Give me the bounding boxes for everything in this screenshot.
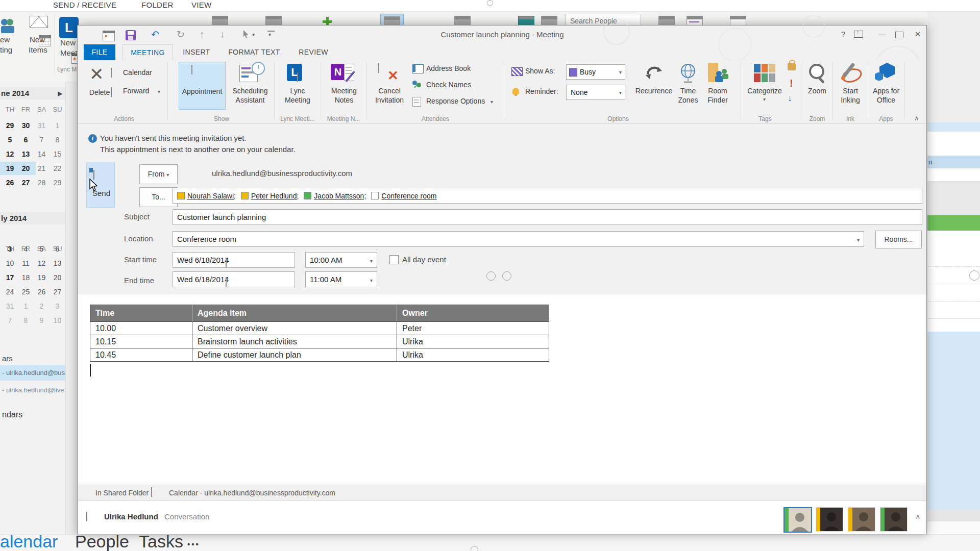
to-button[interactable]: To...: [139, 187, 178, 207]
all-day-checkbox[interactable]: [389, 255, 399, 264]
forward-button[interactable]: Forward ▾: [111, 87, 112, 96]
cancel-invitation-button[interactable]: ✕ Cancel Invitation: [369, 62, 410, 109]
tab-meeting[interactable]: MEETING: [122, 44, 173, 60]
tab-folder[interactable]: FOLDER: [141, 1, 174, 9]
people-pane-collapse-icon[interactable]: ∧: [915, 512, 920, 520]
lync-meeting-button[interactable]: L Lync Meeting: [277, 62, 318, 109]
end-time-field[interactable]: 11:00 AM ▾: [305, 271, 377, 287]
rooms-button[interactable]: Rooms...: [875, 231, 922, 248]
month-header[interactable]: ly 2014: [0, 212, 65, 224]
agenda-cell[interactable]: Peter: [397, 322, 549, 335]
date-cell[interactable]: 25: [18, 288, 34, 296]
new-meeting-label[interactable]: ew: [0, 35, 10, 44]
end-time-dropdown-icon[interactable]: ▾: [370, 273, 373, 288]
private-lock-icon[interactable]: [788, 63, 796, 70]
recipient-chip[interactable]: Nourah Salawi;: [177, 192, 236, 200]
date-cell[interactable]: 24: [2, 288, 18, 296]
calendar-folder-item[interactable]: - ulrika.hedlund@live.c: [0, 383, 65, 398]
new-items-icon[interactable]: [30, 16, 48, 28]
date-cell[interactable]: 30: [18, 121, 34, 130]
agenda-cell[interactable]: 10.15: [90, 335, 192, 348]
touch-mode-dropdown-icon[interactable]: ▾: [252, 32, 255, 37]
save-icon[interactable]: [126, 30, 136, 40]
date-cell[interactable]: 8: [18, 316, 34, 324]
attendee-avatar[interactable]: [783, 507, 812, 533]
date-cell[interactable]: 1: [18, 302, 34, 310]
date-cell[interactable]: 9: [34, 316, 50, 324]
date-cell[interactable]: 1: [50, 121, 65, 130]
agenda-cell[interactable]: 10.45: [90, 348, 192, 362]
start-date-field[interactable]: Wed 6/18/2014: [173, 252, 295, 268]
move-down-icon[interactable]: ↓: [220, 29, 225, 40]
nav-more-icon[interactable]: •••: [187, 540, 200, 548]
recipient-chip[interactable]: Jacob Mattsson;: [304, 192, 366, 200]
high-importance-icon[interactable]: !: [790, 78, 793, 89]
meeting-notes-button[interactable]: N Meeting Notes: [323, 62, 365, 109]
date-cell[interactable]: 10: [2, 259, 18, 267]
recurrence-button[interactable]: Recurrence: [632, 62, 675, 109]
undo-icon[interactable]: ↶: [151, 29, 159, 40]
end-date-field[interactable]: Wed 6/18/2014: [173, 271, 295, 287]
redo-icon[interactable]: ↻: [177, 29, 185, 40]
tab-send-receive[interactable]: SEND / RECEIVE: [53, 1, 116, 9]
date-cell[interactable]: 29: [50, 179, 65, 187]
date-cell[interactable]: 6: [50, 245, 65, 253]
nav-calendar[interactable]: alendar: [0, 532, 58, 551]
agenda-row[interactable]: 10.15Brainstorm launch activitiesUlrika: [90, 335, 549, 348]
collapse-ribbon-icon[interactable]: ∧: [914, 114, 919, 122]
agenda-cell[interactable]: Brainstorm launch activities: [192, 335, 397, 348]
agenda-cell[interactable]: Define customer launch plan: [192, 348, 397, 362]
date-cell[interactable]: 27: [50, 288, 65, 296]
shared-folder-value[interactable]: Calendar - ulrika.hedlund@businessproduc…: [169, 489, 335, 497]
touch-mode-icon[interactable]: [240, 30, 249, 40]
help-button[interactable]: ?: [836, 30, 850, 38]
from-button[interactable]: From ▾: [139, 164, 178, 184]
calendar-button[interactable]: Calendar: [111, 68, 112, 78]
date-cell[interactable]: 14: [34, 150, 50, 158]
reminder-select[interactable]: None ▾: [566, 85, 625, 100]
maximize-button[interactable]: [895, 31, 903, 40]
agenda-row[interactable]: 10.00Customer overviewPeter: [90, 322, 549, 335]
date-cell[interactable]: 19: [34, 273, 50, 282]
agenda-cell[interactable]: 10.00: [90, 322, 192, 335]
date-cell[interactable]: 31: [2, 302, 18, 310]
zoom-button[interactable]: Zoom: [803, 62, 831, 109]
date-cell[interactable]: 22: [50, 164, 65, 172]
date-cell[interactable]: 13: [50, 259, 65, 267]
date-cell[interactable]: 28: [34, 179, 50, 187]
date-cell[interactable]: 7: [2, 316, 18, 324]
tab-insert[interactable]: INSERT: [182, 44, 211, 60]
start-time-field[interactable]: 10:00 AM ▾: [305, 252, 377, 268]
start-inking-button[interactable]: Start Inking: [835, 62, 866, 109]
date-cell[interactable]: 18: [18, 273, 34, 282]
agenda-cell[interactable]: Ulrika: [397, 348, 549, 362]
date-cell[interactable]: 7: [34, 136, 50, 144]
show-as-select[interactable]: Busy ▾: [566, 64, 625, 80]
date-cell[interactable]: 13: [18, 150, 34, 158]
calendar-folder-item[interactable]: ndars: [0, 407, 65, 422]
new-items-label[interactable]: New: [30, 35, 45, 44]
date-cell[interactable]: 29: [2, 121, 18, 130]
agenda-table[interactable]: TimeAgenda itemOwner 10.00Customer overv…: [90, 305, 549, 362]
move-up-icon[interactable]: ↑: [200, 29, 205, 40]
to-field[interactable]: Nourah Salawi;Peter Hedlund;Jacob Mattss…: [173, 188, 922, 204]
attendee-avatar[interactable]: [880, 507, 908, 532]
date-cell[interactable]: 2: [34, 302, 50, 310]
date-cell[interactable]: 12: [2, 150, 18, 158]
calendar-folder-item[interactable]: ars: [0, 351, 65, 366]
categorize-button[interactable]: Categorize ▾: [744, 62, 786, 109]
attendee-avatar[interactable]: [816, 507, 843, 532]
delete-icon[interactable]: ✕: [89, 65, 104, 83]
calendar-appointment-green[interactable]: [927, 215, 980, 231]
restore-down-button[interactable]: ↑: [854, 31, 863, 40]
tab-file[interactable]: FILE: [84, 44, 115, 60]
start-time-dropdown-icon[interactable]: ▾: [370, 254, 373, 268]
date-cell[interactable]: 21: [34, 164, 50, 172]
month-header[interactable]: ne 2014 ▶: [0, 87, 65, 99]
appointment-button[interactable]: Appointment: [179, 62, 226, 110]
date-cell[interactable]: 5: [2, 136, 18, 144]
conversation-label[interactable]: Conversation: [164, 512, 209, 521]
agenda-cell[interactable]: Customer overview: [192, 322, 397, 335]
recipient-name[interactable]: Nourah Salawi;: [187, 192, 236, 200]
date-cell[interactable]: 27: [18, 179, 34, 187]
